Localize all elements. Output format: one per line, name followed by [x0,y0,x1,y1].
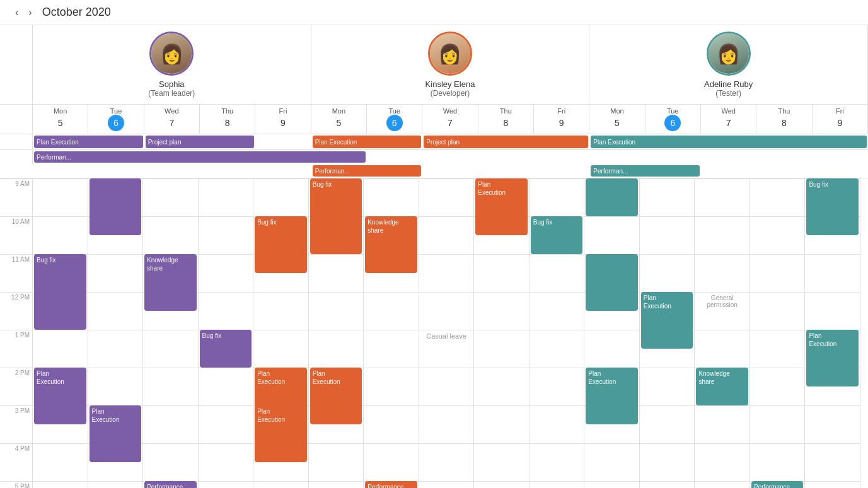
day-col-8: Plan Execution [474,178,529,488]
all-day-event[interactable]: Project plan [424,136,588,148]
event-21[interactable]: Bug fix [806,178,859,235]
day-header-11: Tue6 [645,105,701,134]
day-col-13: Performance check [750,178,806,488]
day-col-9: Bug fix [529,178,585,488]
time-slot-5: 2 PM [0,368,32,405]
day-header-6: Tue6 [367,105,422,134]
event-7[interactable]: Bug fix [255,216,307,273]
day-header-13: Thu8 [756,105,812,134]
day-header-9: Fri9 [534,105,589,134]
event-15[interactable] [586,178,638,216]
days-header: Mon5Tue6Wed7Thu8Fri9Mon5Tue6Wed7Thu8Fri9… [0,105,868,134]
day-col-4: Bug fixPlan ExecutionPlan Execution [253,178,309,488]
event-17[interactable]: Plan Execution [586,368,638,424]
person-name-adeline: Adeline Ruby [704,79,753,89]
day-header-14: Fri9 [813,105,868,134]
event-4[interactable]: Plan Execution [34,368,86,424]
event-3[interactable]: Bug fix [200,330,252,368]
event-8[interactable]: Bug fix [310,178,362,254]
day-header-1: Tue6 [88,105,144,134]
time-column: 9 AM10 AM11 AM12 PM1 PM2 PM3 PM4 PM5 PM6… [0,178,33,488]
event-5[interactable]: Plan Execution [90,405,142,462]
avatar-kinsley: 👩 [428,32,472,76]
perf-event[interactable]: Performan... [313,165,422,177]
grid-body[interactable]: 9 AM10 AM11 AM12 PM1 PM2 PM3 PM4 PM5 PM6… [0,178,868,488]
time-slot-0: 9 AM [0,178,32,216]
time-slot-7: 4 PM [0,443,32,481]
all-day-event[interactable]: Plan Execution [34,136,143,148]
avatar-sophia: 👩 [149,32,194,76]
event-18[interactable]: Bug fix [531,216,583,254]
perf-event[interactable]: Performan... [591,165,700,177]
day-col-1: Plan Execution [88,178,144,488]
person-role-kinsley: (Developer) [431,89,470,98]
perf-event[interactable]: Performan... [34,151,366,163]
time-slot-8: 5 PM [0,481,32,488]
day-header-3: Thu8 [200,105,255,134]
event-0[interactable] [90,178,142,235]
event-23[interactable]: Performance check [751,481,804,488]
persons-row: 👩 Sophia (Team leader) 👩 Kinsley Elena (… [0,25,868,105]
day-header-12: Wed7 [701,105,756,134]
avatar-adeline: 👩 [707,32,751,76]
day-header-2: Wed7 [144,105,200,134]
person-role-adeline: (Tester) [715,89,741,98]
days-grid: Bug fixPlan ExecutionPlan ExecutionKnowl… [33,178,860,488]
day-col-2: Knowledge sharePerformance check [143,178,199,488]
event-14[interactable]: Plan Execution [475,178,528,235]
event-10[interactable]: Plan Execution [310,368,362,424]
calendar-container: 👩 Sophia (Team leader) 👩 Kinsley Elena (… [0,25,868,488]
event-13[interactable]: Performance check [365,481,417,488]
casual-leave-label: Casual leave [419,330,474,340]
time-slot-3: 12 PM [0,292,32,330]
day-col-11: Plan Execution [640,178,695,488]
all-day-event[interactable]: Plan Execution [313,136,422,148]
person-name-kinsley: Kinsley Elena [425,79,475,89]
event-1[interactable]: Bug fix [34,254,86,330]
day-col-0: Bug fixPlan Execution [33,178,88,488]
person-adeline: 👩 Adeline Ruby (Tester) [589,25,868,104]
day-col-10: Plan Execution [584,178,640,488]
day-header-10: Mon5 [589,105,645,134]
event-20[interactable]: Knowledge share [696,368,748,405]
day-header-4: Fri9 [255,105,311,134]
day-header-7: Wed7 [422,105,478,134]
day-col-7: Casual leave [419,178,475,488]
all-day-event[interactable]: Project plan [146,136,255,148]
next-button[interactable]: › [23,4,37,21]
day-col-3: Bug fix [199,178,254,488]
day-col-5: Bug fixPlan Execution [309,178,364,488]
person-role-sophia: (Team leader) [148,89,195,98]
time-slot-1: 10 AM [0,216,32,254]
event-22[interactable]: Plan Execution [806,330,859,386]
all-day-row: Plan ExecutionProject planPlan Execution… [0,134,868,150]
person-name-sophia: Sophia [159,79,184,89]
day-header-8: Thu8 [478,105,534,134]
header-bar: ‹ › October 2020 [0,0,868,25]
time-slot-4: 1 PM [0,330,32,368]
event-19[interactable]: Plan Execution [641,292,693,349]
day-header-0: Mon5 [33,105,88,134]
event-6[interactable]: Performance check [144,481,197,488]
day-col-14: Bug fixPlan Execution [805,178,860,488]
prev-button[interactable]: ‹ [10,4,23,21]
person-kinsley: 👩 Kinsley Elena (Developer) [311,25,590,104]
day-header-5: Mon5 [311,105,367,134]
event-16[interactable] [586,254,638,311]
general-permission-label: General permission [695,292,749,308]
day-col-6: Knowledge sharePerformance check [364,178,419,488]
day-col-12: Knowledge shareGeneral permission [695,178,750,488]
event-11[interactable]: Plan Execution [255,405,307,462]
person-sophia: 👩 Sophia (Team leader) [33,25,311,104]
event-12[interactable]: Knowledge share [365,216,417,273]
perf-row: Performan...Performan...Performan... [0,150,868,178]
time-slot-2: 11 AM [0,254,32,292]
scrollbar[interactable] [860,178,868,488]
all-day-event[interactable]: Plan Execution [591,136,867,148]
event-2[interactable]: Knowledge share [144,254,197,311]
time-slot-6: 3 PM [0,405,32,443]
month-title: October 2020 [42,6,111,19]
